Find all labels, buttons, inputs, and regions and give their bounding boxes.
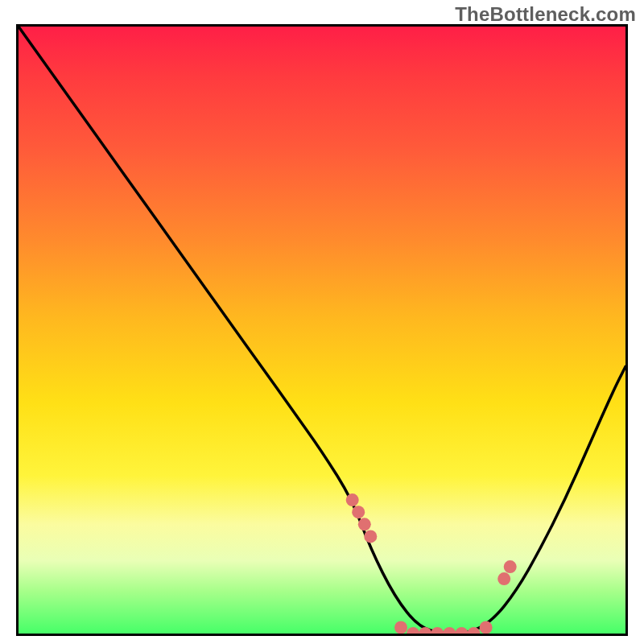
highlight-dots-group (346, 493, 517, 634)
chart-container: TheBottleneck.com (0, 0, 644, 644)
highlight-dot (504, 560, 517, 573)
watermark-text: TheBottleneck.com (455, 3, 636, 26)
highlight-dot (358, 518, 371, 530)
highlight-dot (497, 572, 510, 585)
highlight-dot (407, 627, 419, 634)
highlight-dot (443, 627, 456, 634)
bottleneck-curve (19, 27, 625, 634)
highlight-dot (480, 621, 493, 634)
highlight-dot (352, 506, 365, 518)
highlight-dot (364, 530, 377, 543)
highlight-dot (394, 621, 407, 634)
highlight-dot (346, 493, 359, 506)
highlight-dot (419, 627, 431, 634)
plot-frame (16, 24, 628, 636)
highlight-dot (455, 627, 468, 634)
highlight-dot (431, 627, 444, 634)
plot-svg (19, 27, 625, 634)
